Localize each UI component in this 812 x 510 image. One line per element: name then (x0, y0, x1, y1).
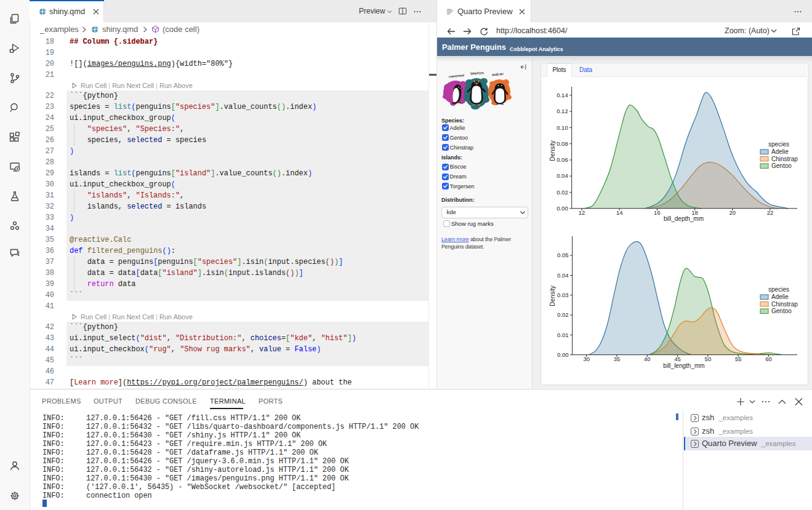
svg-text:60: 60 (765, 356, 772, 362)
svg-text:Adelie: Adelie (771, 148, 789, 155)
svg-text:species: species (768, 141, 789, 148)
svg-text:bill_length_mm: bill_length_mm (663, 362, 704, 369)
svg-text:16: 16 (654, 209, 661, 216)
svg-text:0.06: 0.06 (557, 156, 568, 163)
svg-text:0.08: 0.08 (557, 140, 568, 147)
svg-text:0.00: 0.00 (557, 351, 569, 358)
svg-text:ADÉLIE!: ADÉLIE! (491, 71, 504, 77)
svg-text:20: 20 (730, 209, 736, 216)
svg-text:0.00: 0.00 (557, 205, 568, 212)
svg-text:Chinstrap: Chinstrap (771, 156, 798, 162)
svg-text:bill_depth_mm: bill_depth_mm (664, 215, 704, 222)
svg-text:12: 12 (579, 209, 585, 216)
svg-text:0.04: 0.04 (557, 172, 568, 179)
svg-text:0.04: 0.04 (557, 272, 569, 279)
svg-text:Density: Density (549, 140, 556, 161)
svg-text:14: 14 (616, 209, 623, 216)
svg-text:Chinstrap: Chinstrap (771, 301, 798, 308)
svg-text:0.02: 0.02 (557, 311, 569, 318)
svg-text:CHINSTRAP: CHINSTRAP (449, 74, 465, 78)
svg-text:GENTOO!: GENTOO! (470, 71, 484, 75)
svg-text:55: 55 (735, 356, 742, 362)
svg-text:Adelie: Adelie (771, 293, 789, 300)
svg-text:0.14: 0.14 (557, 92, 568, 98)
svg-text:0.03: 0.03 (557, 292, 569, 298)
svg-text:species: species (768, 286, 789, 293)
svg-text:40: 40 (644, 356, 651, 362)
svg-text:30: 30 (583, 356, 590, 362)
svg-text:0.02: 0.02 (557, 189, 568, 196)
svg-text:35: 35 (614, 356, 621, 362)
svg-text:Gentoo: Gentoo (771, 308, 792, 314)
svg-text:0.05: 0.05 (557, 252, 569, 258)
svg-text:0.01: 0.01 (557, 332, 569, 338)
svg-text:Density: Density (549, 285, 556, 306)
svg-text:22: 22 (767, 209, 774, 216)
svg-text:0.12: 0.12 (557, 108, 568, 114)
svg-text:Gentoo: Gentoo (771, 162, 792, 169)
svg-text:50: 50 (705, 356, 712, 362)
svg-text:0.10: 0.10 (557, 124, 568, 131)
